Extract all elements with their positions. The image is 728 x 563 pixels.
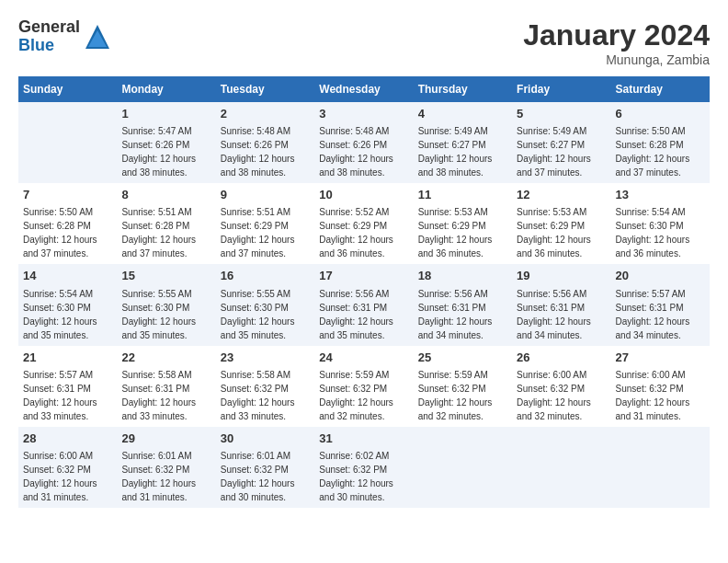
day-info: Sunrise: 5:55 AM Sunset: 6:30 PM Dayligh… xyxy=(221,287,310,342)
week-row-3: 21Sunrise: 5:57 AM Sunset: 6:31 PM Dayli… xyxy=(18,346,710,427)
day-info: Sunrise: 5:54 AM Sunset: 6:30 PM Dayligh… xyxy=(23,287,112,342)
calendar-cell: 3Sunrise: 5:48 AM Sunset: 6:26 PM Daylig… xyxy=(314,102,413,183)
day-number: 9 xyxy=(221,187,310,203)
day-header-sunday: Sunday xyxy=(18,76,117,102)
day-info: Sunrise: 5:47 AM Sunset: 6:26 PM Dayligh… xyxy=(121,124,210,179)
day-info: Sunrise: 6:01 AM Sunset: 6:32 PM Dayligh… xyxy=(221,449,310,504)
calendar-table: SundayMondayTuesdayWednesdayThursdayFrid… xyxy=(18,76,710,508)
day-number: 17 xyxy=(319,268,408,284)
day-info: Sunrise: 5:48 AM Sunset: 6:26 PM Dayligh… xyxy=(221,124,310,179)
day-header-thursday: Thursday xyxy=(414,76,512,102)
month-year-title: January 2024 xyxy=(523,18,710,52)
calendar-cell: 22Sunrise: 5:58 AM Sunset: 6:31 PM Dayli… xyxy=(117,346,215,427)
title-block: January 2024 Mununga, Zambia xyxy=(523,18,710,67)
day-number: 5 xyxy=(517,106,606,122)
day-number: 11 xyxy=(418,187,507,203)
calendar-cell: 12Sunrise: 5:53 AM Sunset: 6:29 PM Dayli… xyxy=(512,183,610,264)
logo-general-text: General xyxy=(18,18,80,37)
day-info: Sunrise: 6:00 AM Sunset: 6:32 PM Dayligh… xyxy=(616,368,705,423)
calendar-cell: 31Sunrise: 6:02 AM Sunset: 6:32 PM Dayli… xyxy=(314,427,413,508)
day-info: Sunrise: 5:57 AM Sunset: 6:31 PM Dayligh… xyxy=(23,368,112,423)
logo-blue-text: Blue xyxy=(18,37,80,55)
calendar-cell: 13Sunrise: 5:54 AM Sunset: 6:30 PM Dayli… xyxy=(611,183,710,264)
day-number: 18 xyxy=(418,268,507,284)
calendar-cell: 28Sunrise: 6:00 AM Sunset: 6:32 PM Dayli… xyxy=(18,427,117,508)
day-info: Sunrise: 5:56 AM Sunset: 6:31 PM Dayligh… xyxy=(418,287,507,342)
day-header-friday: Friday xyxy=(512,76,610,102)
calendar-cell: 21Sunrise: 5:57 AM Sunset: 6:31 PM Dayli… xyxy=(18,346,117,427)
day-info: Sunrise: 5:58 AM Sunset: 6:32 PM Dayligh… xyxy=(221,368,310,423)
day-header-saturday: Saturday xyxy=(611,76,710,102)
days-header-row: SundayMondayTuesdayWednesdayThursdayFrid… xyxy=(18,76,710,102)
calendar-cell: 2Sunrise: 5:48 AM Sunset: 6:26 PM Daylig… xyxy=(216,102,314,183)
day-number: 15 xyxy=(121,268,210,284)
day-number: 13 xyxy=(616,187,705,203)
calendar-cell: 23Sunrise: 5:58 AM Sunset: 6:32 PM Dayli… xyxy=(216,346,314,427)
day-info: Sunrise: 5:59 AM Sunset: 6:32 PM Dayligh… xyxy=(418,368,507,423)
day-number: 24 xyxy=(319,350,408,366)
day-number: 19 xyxy=(517,268,606,284)
day-number: 8 xyxy=(121,187,210,203)
calendar-cell: 20Sunrise: 5:57 AM Sunset: 6:31 PM Dayli… xyxy=(611,264,710,345)
day-number: 2 xyxy=(221,106,310,122)
day-info: Sunrise: 5:50 AM Sunset: 6:28 PM Dayligh… xyxy=(616,124,705,179)
calendar-cell xyxy=(18,102,117,183)
day-number: 23 xyxy=(221,350,310,366)
day-number: 26 xyxy=(517,350,606,366)
calendar-cell: 6Sunrise: 5:50 AM Sunset: 6:28 PM Daylig… xyxy=(611,102,710,183)
day-info: Sunrise: 5:52 AM Sunset: 6:29 PM Dayligh… xyxy=(319,205,408,260)
day-number: 10 xyxy=(319,187,408,203)
day-number: 3 xyxy=(319,106,408,122)
calendar-cell xyxy=(414,427,512,508)
calendar-cell: 27Sunrise: 6:00 AM Sunset: 6:32 PM Dayli… xyxy=(611,346,710,427)
day-number: 1 xyxy=(121,106,210,122)
calendar-cell: 11Sunrise: 5:53 AM Sunset: 6:29 PM Dayli… xyxy=(414,183,512,264)
calendar-cell: 15Sunrise: 5:55 AM Sunset: 6:30 PM Dayli… xyxy=(117,264,215,345)
day-header-monday: Monday xyxy=(117,76,215,102)
day-info: Sunrise: 5:48 AM Sunset: 6:26 PM Dayligh… xyxy=(319,124,408,179)
day-info: Sunrise: 5:49 AM Sunset: 6:27 PM Dayligh… xyxy=(418,124,507,179)
calendar-cell: 7Sunrise: 5:50 AM Sunset: 6:28 PM Daylig… xyxy=(18,183,117,264)
week-row-4: 28Sunrise: 6:00 AM Sunset: 6:32 PM Dayli… xyxy=(18,427,710,508)
calendar-cell: 24Sunrise: 5:59 AM Sunset: 6:32 PM Dayli… xyxy=(314,346,413,427)
calendar-cell: 14Sunrise: 5:54 AM Sunset: 6:30 PM Dayli… xyxy=(18,264,117,345)
day-info: Sunrise: 5:56 AM Sunset: 6:31 PM Dayligh… xyxy=(319,287,408,342)
day-info: Sunrise: 5:51 AM Sunset: 6:29 PM Dayligh… xyxy=(221,205,310,260)
calendar-cell: 8Sunrise: 5:51 AM Sunset: 6:28 PM Daylig… xyxy=(117,183,215,264)
calendar-cell: 17Sunrise: 5:56 AM Sunset: 6:31 PM Dayli… xyxy=(314,264,413,345)
calendar-cell xyxy=(512,427,610,508)
calendar-cell: 30Sunrise: 6:01 AM Sunset: 6:32 PM Dayli… xyxy=(216,427,314,508)
day-info: Sunrise: 5:50 AM Sunset: 6:28 PM Dayligh… xyxy=(23,205,112,260)
day-number: 25 xyxy=(418,350,507,366)
day-number: 16 xyxy=(221,268,310,284)
page-header: General Blue January 2024 Mununga, Zambi… xyxy=(18,18,710,67)
calendar-header: SundayMondayTuesdayWednesdayThursdayFrid… xyxy=(18,76,710,102)
week-row-2: 14Sunrise: 5:54 AM Sunset: 6:30 PM Dayli… xyxy=(18,264,710,345)
day-info: Sunrise: 5:53 AM Sunset: 6:29 PM Dayligh… xyxy=(418,205,507,260)
day-number: 14 xyxy=(23,268,112,284)
day-info: Sunrise: 6:02 AM Sunset: 6:32 PM Dayligh… xyxy=(319,449,408,504)
day-info: Sunrise: 5:51 AM Sunset: 6:28 PM Dayligh… xyxy=(121,205,210,260)
week-row-0: 1Sunrise: 5:47 AM Sunset: 6:26 PM Daylig… xyxy=(18,102,710,183)
calendar-cell: 26Sunrise: 6:00 AM Sunset: 6:32 PM Dayli… xyxy=(512,346,610,427)
calendar-cell: 19Sunrise: 5:56 AM Sunset: 6:31 PM Dayli… xyxy=(512,264,610,345)
day-number: 28 xyxy=(23,431,112,447)
day-number: 31 xyxy=(319,431,408,447)
day-number: 22 xyxy=(121,350,210,366)
day-number: 29 xyxy=(121,431,210,447)
calendar-cell: 5Sunrise: 5:49 AM Sunset: 6:27 PM Daylig… xyxy=(512,102,610,183)
calendar-cell: 16Sunrise: 5:55 AM Sunset: 6:30 PM Dayli… xyxy=(216,264,314,345)
day-number: 6 xyxy=(616,106,705,122)
logo: General Blue xyxy=(18,18,111,55)
day-info: Sunrise: 5:55 AM Sunset: 6:30 PM Dayligh… xyxy=(121,287,210,342)
day-number: 12 xyxy=(517,187,606,203)
calendar-cell: 9Sunrise: 5:51 AM Sunset: 6:29 PM Daylig… xyxy=(216,183,314,264)
day-info: Sunrise: 6:00 AM Sunset: 6:32 PM Dayligh… xyxy=(23,449,112,504)
calendar-cell: 1Sunrise: 5:47 AM Sunset: 6:26 PM Daylig… xyxy=(117,102,215,183)
day-info: Sunrise: 6:00 AM Sunset: 6:32 PM Dayligh… xyxy=(517,368,606,423)
day-header-wednesday: Wednesday xyxy=(314,76,413,102)
calendar-cell: 29Sunrise: 6:01 AM Sunset: 6:32 PM Dayli… xyxy=(117,427,215,508)
day-info: Sunrise: 5:59 AM Sunset: 6:32 PM Dayligh… xyxy=(319,368,408,423)
day-info: Sunrise: 5:56 AM Sunset: 6:31 PM Dayligh… xyxy=(517,287,606,342)
calendar-cell: 18Sunrise: 5:56 AM Sunset: 6:31 PM Dayli… xyxy=(414,264,512,345)
